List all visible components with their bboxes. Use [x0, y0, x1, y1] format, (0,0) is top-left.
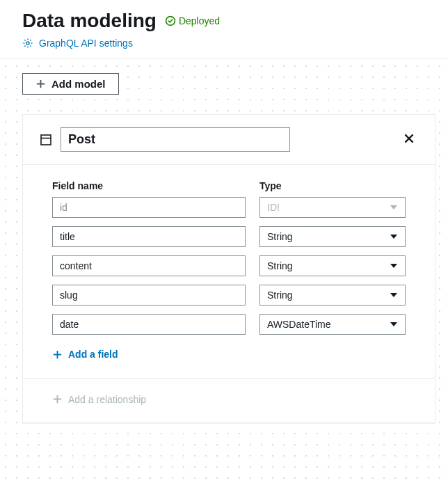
add-model-button[interactable]: Add model: [22, 73, 119, 95]
add-field-label: Add a field: [68, 349, 118, 360]
gear-icon: [22, 38, 33, 49]
add-relationship-button: Add a relationship: [52, 394, 146, 405]
field-type-select[interactable]: String: [259, 285, 406, 306]
page-title: Data modeling: [22, 10, 157, 32]
graphql-api-settings-link[interactable]: GraphQL API settings: [39, 38, 133, 49]
field-type-select[interactable]: String: [259, 226, 406, 247]
model-card-header: [23, 115, 435, 165]
columns-header: Field name Type: [52, 180, 406, 191]
field-type-value: String: [267, 290, 293, 301]
model-card: Field name Type ID!StringStringStringAWS…: [22, 114, 435, 423]
field-type-value: ID!: [267, 202, 280, 213]
field-name-input[interactable]: [52, 285, 246, 306]
field-row: String: [52, 285, 406, 306]
relationship-section: Add a relationship: [23, 378, 435, 423]
add-model-label: Add model: [51, 78, 106, 90]
field-type-value: String: [267, 260, 293, 271]
field-name-input[interactable]: [52, 226, 246, 247]
field-name-header: Field name: [52, 180, 246, 191]
field-type-value: AWSDateTime: [267, 319, 331, 330]
title-row: Data modeling Deployed: [22, 10, 426, 32]
workspace: Add model Field name Type ID!StringStrin…: [0, 59, 448, 485]
svg-rect-2: [41, 135, 51, 145]
field-type-select[interactable]: String: [259, 255, 406, 276]
field-name-input[interactable]: [52, 255, 246, 276]
add-field-button[interactable]: Add a field: [52, 349, 118, 360]
chevron-down-icon: [390, 320, 398, 328]
close-icon: [403, 132, 415, 145]
field-type-select[interactable]: AWSDateTime: [259, 314, 406, 335]
plus-icon: [52, 349, 63, 360]
type-header: Type: [259, 180, 406, 191]
status-badge: Deployed: [165, 15, 220, 26]
field-name-input: [52, 197, 246, 218]
field-row: String: [52, 255, 406, 276]
model-name-input[interactable]: [61, 127, 290, 152]
field-name-input[interactable]: [52, 314, 246, 335]
field-type-select: ID!: [259, 197, 406, 218]
field-row: String: [52, 226, 406, 247]
plus-icon: [52, 394, 63, 404]
chevron-down-icon: [390, 232, 398, 241]
check-circle-icon: [165, 15, 176, 26]
close-model-button[interactable]: [400, 129, 418, 150]
fields-list: ID!StringStringStringAWSDateTime: [52, 197, 406, 335]
chevron-down-icon: [390, 262, 398, 270]
model-body: Field name Type ID!StringStringStringAWS…: [23, 165, 435, 378]
chevron-down-icon: [390, 203, 398, 212]
field-row: AWSDateTime: [52, 314, 406, 335]
field-row: ID!: [52, 197, 406, 218]
chevron-down-icon: [390, 291, 398, 299]
status-text: Deployed: [179, 15, 220, 26]
page-header: Data modeling Deployed GraphQL API setti…: [0, 0, 448, 59]
field-type-value: String: [267, 231, 293, 242]
svg-point-1: [26, 42, 29, 45]
settings-row: GraphQL API settings: [22, 38, 426, 49]
add-relationship-label: Add a relationship: [68, 394, 146, 405]
plus-icon: [35, 79, 46, 89]
table-icon: [40, 134, 52, 146]
